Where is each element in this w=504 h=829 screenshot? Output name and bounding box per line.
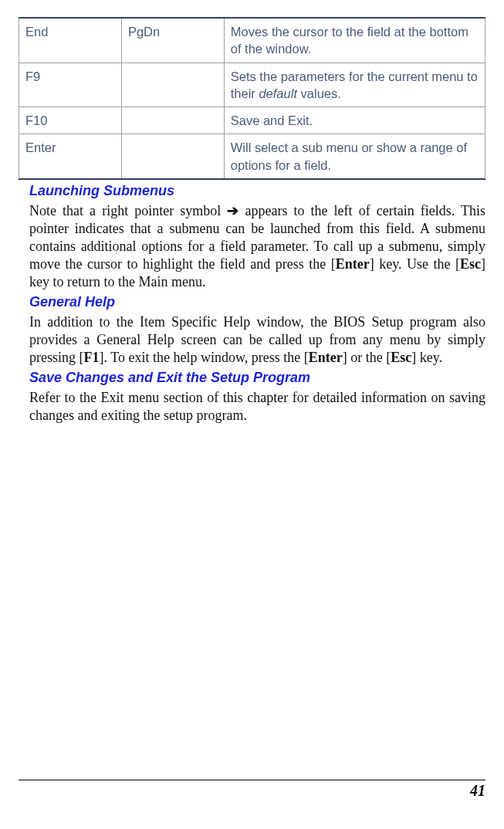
key-label: Esc bbox=[460, 256, 481, 272]
paragraph-general: In addition to the Item Specific Help wi… bbox=[29, 313, 485, 367]
alt-cell: PgDn bbox=[121, 18, 224, 63]
text: ]. To exit the help window, press the [ bbox=[100, 350, 309, 365]
key-label: Esc bbox=[391, 350, 411, 365]
text: ] key. Use the [ bbox=[370, 256, 460, 272]
text: ] key. bbox=[411, 350, 442, 365]
key-cell: Enter bbox=[19, 134, 122, 179]
page-container: End PgDn Moves the cursor to the field a… bbox=[0, 17, 504, 818]
desc-cell: Sets the parameters for the current menu… bbox=[224, 63, 485, 107]
alt-cell bbox=[121, 107, 224, 134]
key-label: Enter bbox=[336, 256, 370, 272]
table-row: End PgDn Moves the cursor to the field a… bbox=[19, 18, 485, 63]
paragraph-launching: Note that a right pointer symbol ➔ appea… bbox=[29, 202, 485, 291]
desc-text: values. bbox=[297, 86, 341, 100]
text: ] or the [ bbox=[343, 350, 391, 365]
desc-cell: Moves the cursor to the field at the bot… bbox=[224, 18, 485, 63]
page-footer: 41 bbox=[19, 780, 485, 800]
arrow-icon: ➔ bbox=[227, 203, 238, 218]
key-cell: End bbox=[19, 18, 122, 63]
alt-cell bbox=[121, 63, 224, 107]
table-row: Enter Will select a sub menu or show a r… bbox=[19, 134, 485, 179]
alt-cell bbox=[121, 134, 224, 179]
section-title-general: General Help bbox=[29, 294, 485, 310]
desc-italic: default bbox=[259, 86, 297, 100]
table-row: F10 Save and Exit. bbox=[19, 107, 485, 134]
text: Note that a right pointer symbol bbox=[29, 203, 227, 218]
section-title-save: Save Changes and Exit the Setup Program bbox=[29, 370, 485, 386]
table-row: F9 Sets the parameters for the current m… bbox=[19, 63, 485, 107]
key-cell: F10 bbox=[19, 107, 122, 134]
section-title-launching: Launching Submenus bbox=[29, 183, 485, 199]
desc-cell: Save and Exit. bbox=[224, 107, 485, 134]
desc-cell: Will select a sub menu or show a range o… bbox=[224, 134, 485, 179]
key-label: F1 bbox=[84, 350, 100, 365]
page-number: 41 bbox=[470, 782, 485, 799]
key-table: End PgDn Moves the cursor to the field a… bbox=[19, 17, 485, 180]
key-label: Enter bbox=[309, 350, 343, 365]
key-cell: F9 bbox=[19, 63, 122, 107]
paragraph-save: Refer to the Exit menu section of this c… bbox=[29, 389, 485, 425]
